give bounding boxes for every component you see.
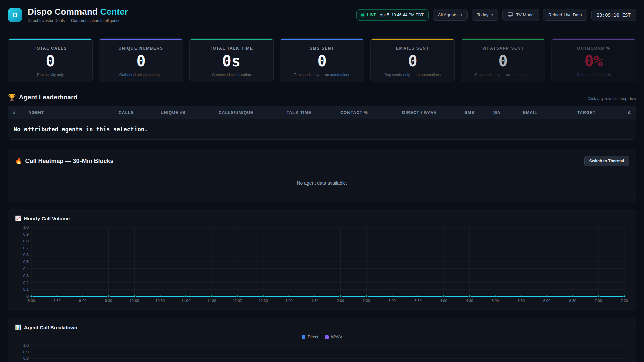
svg-text:0.4: 0.4 [23,267,29,271]
svg-text:7:30: 7:30 [621,299,628,303]
hourly-call-volume-chart: 00.10.20.30.40.50.60.70.80.91.08:008:309… [15,225,629,305]
leaderboard-empty-state: No attributed agents in this selection. [8,119,636,139]
kpi-accent-bar [99,39,183,40]
dashboard-page: D Dispo Command Center Direct Investor D… [0,0,644,362]
clock-display: 23:09:10 EST [591,9,636,21]
trophy-icon: 🏆 [8,93,16,101]
live-label: LIVE [367,13,377,17]
chart-increasing-icon: 📈 [15,215,21,221]
tv-mode-label: TV Mode [516,12,534,17]
leaderboard-table-header: # AGENT CALLS UNIQUE #S CALLS/UNIQUE TAL… [8,106,636,119]
reload-label: Reload Live Data [548,12,582,17]
kpi-value: 0% [552,53,636,69]
svg-text:0.8: 0.8 [23,356,29,360]
svg-text:10:30: 10:30 [156,299,165,303]
kpi-accent-bar [552,39,636,40]
kpi-row: TOTAL CALLS 0 Rep activity only UNIQUE N… [8,38,636,82]
svg-text:0.6: 0.6 [23,253,29,257]
live-timestamp: Apr 5, 10:46:44 PM EDT [380,13,424,17]
leaderboard-table: # AGENT CALLS UNIQUE #S CALLS/UNIQUE TAL… [8,106,636,140]
switch-thermal-button[interactable]: Switch to Thermal [584,156,629,166]
svg-text:12:00: 12:00 [233,299,242,303]
heatmap-card-header: 🔥 Call Heatmap — 30-Min Blocks Switch to… [15,156,629,166]
kpi-subtext: Rep sends only — no automations [461,73,545,77]
svg-text:10:00: 10:00 [130,299,139,303]
reload-live-data-button[interactable]: Reload Live Data [543,9,587,21]
hourly-title-text: Hourly Call Volume [24,216,70,221]
kpi-accent-bar [280,39,364,40]
svg-text:5:00: 5:00 [492,299,499,303]
agents-filter-value: All Agents [438,12,458,17]
hourly-call-volume-card: 📈 Hourly Call Volume 00.10.20.30.40.50.6… [8,209,636,311]
bar-chart-icon: 📊 [15,324,21,330]
svg-text:12:30: 12:30 [259,299,268,303]
breakdown-card-header: 📊 Agent Call Breakdown [15,324,629,330]
leaderboard-empty-message: No attributed agents in this selection. [14,126,148,133]
svg-text:5:30: 5:30 [518,299,525,303]
svg-text:2:30: 2:30 [363,299,370,303]
kpi-label: OUTBOUND % [552,46,636,51]
kpi-label: EMAILS SENT [371,46,454,51]
page-title: Dispo Command Center [28,7,128,17]
col-agent: AGENT [28,110,119,115]
svg-text:0.5: 0.5 [23,260,29,264]
kpi-card-whatsapp-sent: WHATSAPP SENT 0 Rep sends only — no auto… [461,38,545,82]
kpi-card-emails-sent: EMAILS SENT 0 Rep sends only — no automa… [370,38,455,82]
kpi-card-unique-numbers: UNIQUE NUMBERS 0 Outbound unique contact… [99,38,183,82]
tv-mode-button[interactable]: TV Mode [502,9,539,21]
breakdown-title: 📊 Agent Call Breakdown [15,324,77,330]
col-wa: WA [493,110,523,115]
kpi-card-sms-sent: SMS SENT 0 Rep sends only — no automatio… [280,38,364,82]
heatmap-empty-message: No agent data available. [15,166,629,196]
svg-text:11:00: 11:00 [181,299,191,303]
svg-text:4:30: 4:30 [466,299,473,303]
chevron-down-icon: ▾ [461,13,462,17]
col-calls: CALLS [119,110,161,115]
kpi-subtext: Outbound unique contacts [99,73,183,77]
app-logo-letter: D [12,11,17,19]
kpi-label: TOTAL CALLS [8,46,92,51]
svg-text:0.2: 0.2 [23,281,29,285]
leaderboard-title-text: Agent Leaderboard [19,94,77,101]
svg-text:9:30: 9:30 [105,299,112,303]
heatmap-title-text: Call Heatmap — 30-Min Blocks [25,158,113,165]
svg-text:9:00: 9:00 [79,299,86,303]
svg-text:6:00: 6:00 [543,299,550,303]
col-email: EMAIL [523,110,577,115]
app-logo: D [8,8,22,22]
live-status-badge: LIVE Apr 5, 10:46:44 PM EDT [356,9,429,21]
agents-filter-dropdown[interactable]: All Agents ▾ [433,9,468,21]
fire-icon: 🔥 [15,157,22,165]
col-talk-time: TALK TIME [287,110,340,115]
svg-text:1:00: 1:00 [285,299,292,303]
col-delta: Δ [621,110,631,115]
kpi-subtext: Connected call duration [190,73,273,77]
col-direct-wavv: DIRECT / WAVV [402,110,465,115]
legend-label-wavv: WAVV [331,335,342,339]
kpi-accent-bar [371,39,454,40]
date-filter-dropdown[interactable]: Today ▾ [472,9,499,21]
svg-text:0.3: 0.3 [23,274,29,278]
wavv-swatch-icon [325,335,329,339]
col-unique-numbers: UNIQUE #S [161,110,219,115]
svg-text:0.1: 0.1 [23,287,29,291]
page-title-accent: Center [100,7,128,17]
svg-text:8:00: 8:00 [28,299,35,303]
col-target: TARGET [577,110,621,115]
svg-text:3:30: 3:30 [414,299,421,303]
breakdown-legend: Direct WAVV [15,335,629,339]
page-subtitle: Direct Investor Deals — Communication In… [28,18,128,23]
svg-text:1.0: 1.0 [23,225,29,229]
call-heatmap-card: 🔥 Call Heatmap — 30-Min Blocks Switch to… [8,149,636,202]
monitor-icon [508,12,513,18]
date-filter-value: Today [477,12,489,17]
leaderboard-hint: Click any row for deep-dive [587,96,636,101]
hourly-title: 📈 Hourly Call Volume [15,215,70,221]
kpi-value: 0 [371,53,454,69]
kpi-accent-bar [461,39,545,40]
kpi-subtext: Outbound / total calls [552,73,636,77]
hourly-card-header: 📈 Hourly Call Volume [15,215,629,221]
svg-text:4:00: 4:00 [440,299,447,303]
kpi-value: 0 [280,53,364,69]
live-dot-icon [361,14,364,16]
